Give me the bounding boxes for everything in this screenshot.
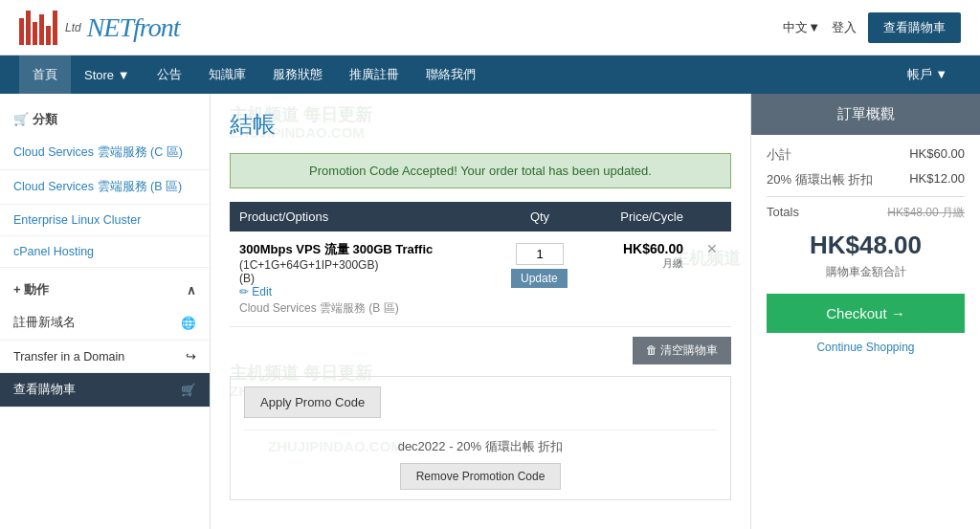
nav-item-promotions[interactable]: 推廣註冊 bbox=[336, 55, 412, 94]
discount-label: 20% 循環出帳 折扣 bbox=[767, 171, 873, 188]
logo-netfront: NETfront bbox=[87, 12, 180, 43]
header-right: 中文▼ 登入 查看購物車 bbox=[783, 12, 961, 43]
sidebar-categories-header: 🛒 分類 bbox=[0, 103, 210, 136]
product-cell: 300Mbps VPS 流量 300GB Traffic (1C+1G+64G+… bbox=[230, 231, 501, 327]
logo-net: NET bbox=[87, 12, 133, 42]
subtotal-label: 小計 bbox=[767, 146, 791, 164]
apply-promo-button[interactable]: Apply Promo Code bbox=[244, 386, 381, 418]
product-service-label: Cloud Services 雲端服務 (B 區) bbox=[239, 300, 492, 317]
cart-icon: 🛒 bbox=[181, 383, 196, 397]
col-qty: Qty bbox=[501, 202, 578, 231]
nav-item-account[interactable]: 帳戶 ▼ bbox=[894, 55, 961, 94]
cart-actions: 🗑 清空購物車 bbox=[230, 337, 731, 364]
bar6 bbox=[53, 11, 57, 45]
promo-success-message: Promotion Code Accepted! Your order tota… bbox=[230, 153, 731, 188]
nav-item-contact[interactable]: 聯絡我們 bbox=[412, 55, 489, 94]
totals-row: Totals HK$48.00 月繳 bbox=[767, 196, 965, 221]
nav-item-home[interactable]: 首頁 bbox=[19, 55, 71, 94]
sidebar-item-linux-cluster[interactable]: Enterprise Linux Cluster bbox=[0, 205, 210, 236]
language-selector[interactable]: 中文▼ bbox=[783, 19, 820, 36]
product-details: (1C+1G+64G+1IP+300GB) bbox=[239, 258, 492, 272]
col-remove bbox=[693, 202, 731, 231]
total-big: HK$48.00 bbox=[767, 231, 965, 260]
bar5 bbox=[46, 26, 51, 45]
view-cart-header-button[interactable]: 查看購物車 bbox=[868, 12, 961, 43]
subtotal-value: HK$60.00 bbox=[909, 146, 965, 164]
checkout-button[interactable]: Checkout → bbox=[767, 294, 965, 333]
total-sub: 購物車金額合計 bbox=[767, 264, 965, 280]
remove-item-button[interactable]: ✕ bbox=[702, 241, 722, 256]
sidebar-actions-header: + 動作 ∧ bbox=[0, 274, 210, 306]
price-cell: HK$60.00 月繳 bbox=[578, 231, 693, 327]
discount-value: HK$12.00 bbox=[909, 171, 965, 188]
totals-strike: HK$48.00 月繳 bbox=[887, 205, 965, 221]
order-summary: 訂單概觀 小計 HK$60.00 20% 循環出帳 折扣 HK$12.00 To… bbox=[750, 94, 980, 529]
bar3 bbox=[33, 22, 37, 45]
bar2 bbox=[26, 11, 31, 45]
bar1 bbox=[19, 18, 24, 45]
navbar: 首頁 Store ▼ 公告 知識庫 服務狀態 推廣註冊 聯絡我們 帳戶 ▼ bbox=[0, 55, 980, 94]
col-product: Product/Options bbox=[230, 202, 501, 231]
subtotal-row: 小計 HK$60.00 bbox=[767, 146, 965, 164]
product-zone: (B) bbox=[239, 272, 492, 285]
cart-table: Product/Options Qty Price/Cycle 300Mbps … bbox=[230, 202, 731, 327]
price-value: HK$60.00 bbox=[588, 241, 683, 256]
order-summary-body: 小計 HK$60.00 20% 循環出帳 折扣 HK$12.00 Totals … bbox=[751, 135, 980, 365]
col-price: Price/Cycle bbox=[578, 202, 693, 231]
qty-input[interactable]: 1 bbox=[516, 243, 564, 265]
remove-cell: ✕ bbox=[693, 231, 731, 327]
remove-promotion-button[interactable]: Remove Promotion Code bbox=[400, 463, 562, 490]
logo-area: Ltd NETfront bbox=[19, 11, 783, 45]
sidebar-item-cpanel[interactable]: cPanel Hosting bbox=[0, 236, 210, 268]
nav-item-announcements[interactable]: 公告 bbox=[144, 55, 195, 94]
sidebar-item-cloud-c[interactable]: Cloud Services 雲端服務 (C 區) bbox=[0, 136, 210, 170]
header: Ltd NETfront 中文▼ 登入 查看購物車 bbox=[0, 0, 980, 55]
promo-code-label: dec2022 - 20% 循環出帳 折扣 bbox=[244, 438, 717, 455]
promo-section: Apply Promo Code dec2022 - 20% 循環出帳 折扣 R… bbox=[230, 376, 731, 500]
promo-applied-area: dec2022 - 20% 循環出帳 折扣 Remove Promotion C… bbox=[244, 430, 717, 490]
sidebar-item-transfer-domain[interactable]: Transfer in a Domain ↪ bbox=[0, 341, 210, 373]
sidebar-item-cloud-b[interactable]: Cloud Services 雲端服務 (B 區) bbox=[0, 170, 210, 205]
nav-item-knowledgebase[interactable]: 知識庫 bbox=[195, 55, 259, 94]
update-qty-button[interactable]: Update bbox=[511, 269, 568, 288]
totals-label: Totals bbox=[767, 205, 799, 221]
nav-item-service-status[interactable]: 服務狀態 bbox=[259, 55, 336, 94]
globe-icon: 🌐 bbox=[181, 316, 196, 330]
sidebar: 🛒 分類 Cloud Services 雲端服務 (C 區) Cloud Ser… bbox=[0, 94, 211, 529]
page-layout: 🛒 分類 Cloud Services 雲端服務 (C 區) Cloud Ser… bbox=[0, 94, 980, 529]
discount-row: 20% 循環出帳 折扣 HK$12.00 bbox=[767, 171, 965, 188]
logo-bars-icon bbox=[19, 11, 57, 45]
qty-cell: 1 Update bbox=[501, 231, 578, 327]
product-edit-link[interactable]: ✏ Edit bbox=[239, 285, 492, 298]
main-content: 主机频道 每日更新 ZHUJIPINDAO.COM 主机频道 每日更新 ZHUJ… bbox=[211, 94, 750, 529]
sidebar-item-view-cart[interactable]: 查看購物車 🛒 bbox=[0, 373, 210, 408]
bar4 bbox=[39, 14, 44, 45]
page-title: 結帳 bbox=[230, 109, 731, 140]
order-summary-header: 訂單概觀 bbox=[751, 94, 980, 135]
logo-front: front bbox=[133, 12, 179, 42]
product-name: 300Mbps VPS 流量 300GB Traffic bbox=[239, 241, 492, 258]
sidebar-item-register-domain[interactable]: 註冊新域名 🌐 bbox=[0, 306, 210, 341]
login-button[interactable]: 登入 bbox=[832, 19, 857, 36]
price-cycle: 月繳 bbox=[588, 256, 683, 271]
logo-ltd: Ltd bbox=[65, 21, 81, 34]
clear-cart-button[interactable]: 🗑 清空購物車 bbox=[633, 337, 731, 364]
transfer-icon: ↪ bbox=[186, 349, 196, 364]
continue-shopping-link[interactable]: Continue Shopping bbox=[767, 341, 965, 354]
table-row: 300Mbps VPS 流量 300GB Traffic (1C+1G+64G+… bbox=[230, 231, 731, 327]
nav-item-store[interactable]: Store ▼ bbox=[71, 55, 144, 94]
